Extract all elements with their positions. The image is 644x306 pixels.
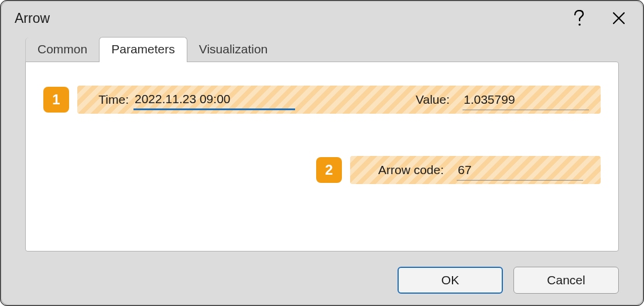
close-icon <box>612 12 625 25</box>
highlight-strip-1: Time: Value: <box>77 86 601 114</box>
tab-panel-parameters: 1 Time: Value: 2 Arrow code: <box>25 62 619 251</box>
row-time-value: 1 Time: Value: <box>43 86 601 114</box>
help-icon <box>574 10 584 26</box>
callout-badge-2: 2 <box>316 157 342 183</box>
tab-visualization[interactable]: Visualization <box>187 37 280 62</box>
callout-badge-1: 1 <box>43 87 69 113</box>
dialog-footer: OK Cancel <box>398 267 619 294</box>
close-button[interactable] <box>611 10 627 26</box>
arrow-code-input[interactable] <box>457 159 583 181</box>
arrow-dialog: Arrow Common Parameters Visualization <box>0 0 644 306</box>
row-arrow-code: 2 Arrow code: <box>43 156 601 184</box>
dialog-title: Arrow <box>15 11 50 26</box>
value-input[interactable] <box>463 89 589 110</box>
tabs: Common Parameters Visualization <box>2 35 642 62</box>
arrow-code-label: Arrow code: <box>350 163 448 177</box>
tab-parameters[interactable]: Parameters <box>99 37 187 62</box>
cancel-button[interactable]: Cancel <box>513 267 619 294</box>
time-input[interactable] <box>133 89 295 110</box>
titlebar-icons <box>571 10 627 26</box>
ok-button[interactable]: OK <box>398 267 503 294</box>
help-button[interactable] <box>571 10 587 26</box>
titlebar: Arrow <box>2 2 642 35</box>
highlight-strip-2: Arrow code: <box>350 156 601 184</box>
svg-point-0 <box>578 23 581 26</box>
tab-common[interactable]: Common <box>25 38 100 62</box>
time-label: Time: <box>77 93 133 107</box>
value-label: Value: <box>412 93 454 107</box>
dialog-inner: Arrow Common Parameters Visualization <box>2 2 642 304</box>
